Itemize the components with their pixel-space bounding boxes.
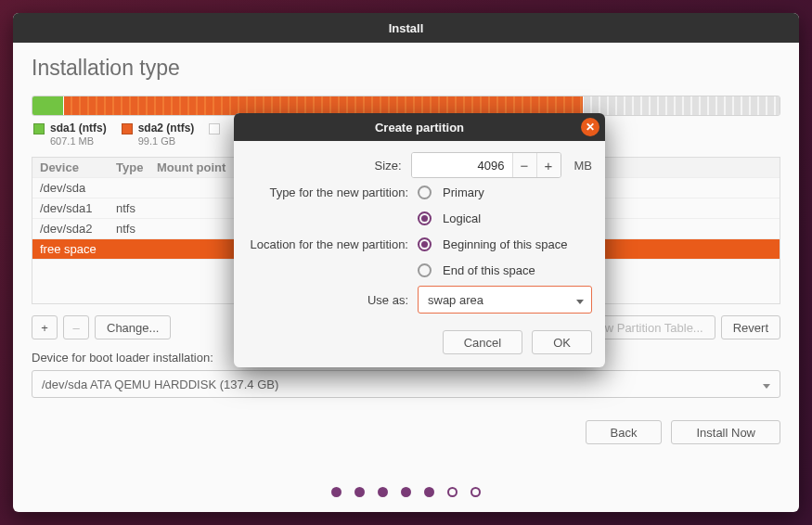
size-label: Size: (241, 159, 411, 173)
location-label: Location for the new partition: (241, 237, 418, 251)
radio-primary-label: Primary (443, 186, 484, 199)
create-partition-dialog: Create partition ✕ Size: − + MB Type for… (234, 113, 605, 367)
radio-end-label: End of this space (443, 263, 535, 277)
swatch-icon (33, 123, 45, 134)
back-button[interactable]: Back (586, 420, 663, 444)
progress-dot (447, 487, 458, 497)
radio-begin-label: Beginning of this space (443, 237, 567, 251)
page-title: Installation type (32, 56, 780, 81)
size-unit: MB (574, 159, 593, 173)
swatch-icon (209, 123, 220, 134)
progress-dot (424, 487, 434, 497)
wizard-nav: Back Install Now (32, 420, 780, 444)
radio-logical[interactable] (418, 211, 432, 225)
dialog-actions: Cancel OK (234, 327, 605, 367)
progress-dot (354, 487, 365, 497)
chevron-down-icon (763, 378, 770, 391)
wizard-progress-dots (13, 487, 799, 497)
install-now-button[interactable]: Install Now (671, 420, 780, 444)
size-spinbox: − + (411, 152, 561, 178)
radio-begin[interactable] (418, 237, 432, 251)
progress-dot (378, 487, 388, 497)
legend-item: sda1 (ntfs) 607.1 MB (33, 122, 107, 147)
progress-dot (331, 487, 342, 497)
ok-button[interactable]: OK (532, 330, 592, 354)
swatch-icon (122, 123, 133, 134)
legend-name: sda1 (ntfs) (50, 122, 107, 134)
progress-dot (470, 487, 481, 497)
boot-device-value: /dev/sda ATA QEMU HARDDISK (137.4 GB) (42, 378, 278, 391)
radio-logical-label: Logical (443, 211, 481, 225)
close-icon[interactable]: ✕ (581, 118, 599, 136)
legend-item (209, 122, 220, 147)
change-partition-button[interactable]: Change... (95, 315, 171, 339)
remove-partition-button[interactable]: – (63, 315, 89, 339)
useas-value: swap area (428, 293, 483, 307)
legend-size: 607.1 MB (50, 135, 94, 147)
chevron-down-icon (576, 293, 584, 307)
col-type: Type (116, 160, 157, 174)
usage-seg-sda1 (32, 96, 64, 115)
usage-seg-sda2 (64, 96, 584, 115)
window-title: Install (389, 21, 424, 35)
legend-name: sda2 (ntfs) (138, 122, 195, 134)
size-input[interactable] (412, 153, 512, 177)
size-minus-button[interactable]: − (512, 153, 536, 177)
useas-label: Use as: (241, 293, 418, 307)
revert-button[interactable]: Revert (721, 315, 780, 339)
legend-size: 99.1 GB (138, 135, 175, 147)
col-device: Device (40, 160, 116, 174)
radio-primary[interactable] (418, 186, 432, 199)
progress-dot (401, 487, 411, 497)
add-partition-button[interactable]: + (32, 315, 58, 339)
cancel-button[interactable]: Cancel (443, 330, 522, 354)
window-titlebar: Install (13, 13, 799, 43)
dialog-body: Size: − + MB Type for the new partition:… (234, 141, 605, 327)
useas-select[interactable]: swap area (418, 286, 592, 314)
boot-device-select[interactable]: /dev/sda ATA QEMU HARDDISK (137.4 GB) (32, 370, 780, 398)
radio-end[interactable] (418, 263, 432, 277)
dialog-titlebar: Create partition ✕ (234, 113, 605, 141)
legend-item: sda2 (ntfs) 99.1 GB (122, 122, 195, 147)
usage-seg-free (584, 96, 780, 115)
dialog-title: Create partition (375, 121, 464, 134)
size-plus-button[interactable]: + (536, 153, 561, 177)
type-label: Type for the new partition: (241, 186, 418, 199)
